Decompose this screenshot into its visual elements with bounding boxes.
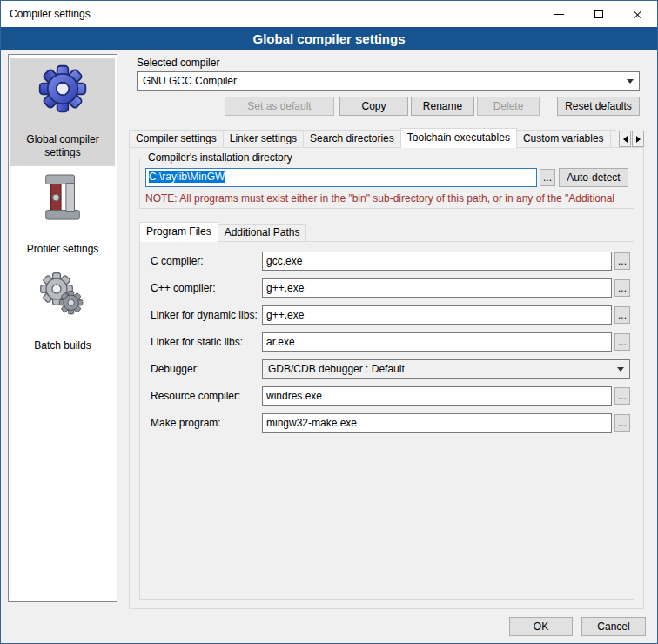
caption-buttons (540, 1, 657, 27)
settings-category-list: Global compiler settings Profiler settin… (8, 54, 118, 602)
resource-compiler-label: Resource compiler: (151, 390, 262, 402)
tab-additional-paths[interactable]: Additional Paths (218, 224, 307, 242)
make-program-browse-button[interactable]: ... (614, 414, 630, 432)
tab-program-files[interactable]: Program Files (139, 222, 218, 242)
resource-compiler-input[interactable] (262, 386, 612, 406)
copy-button[interactable]: Copy (339, 97, 408, 116)
settings-tabs: Compiler settings Linker settings Search… (129, 128, 616, 148)
tab-build-options[interactable]: Build options (610, 130, 616, 148)
debugger-label: Debugger: (151, 363, 262, 375)
triangle-left-icon (623, 136, 628, 143)
gray-gears-icon (38, 270, 87, 320)
form-row-make-program: Make program: ... (151, 413, 630, 433)
sidebar-item-profiler-settings[interactable]: Profiler settings (10, 168, 115, 263)
auto-detect-button[interactable]: Auto-detect (559, 168, 628, 187)
form-row-debugger: Debugger: GDB/CDB debugger : Default (151, 359, 630, 379)
static-linker-browse-button[interactable]: ... (614, 333, 630, 351)
cpp-compiler-browse-button[interactable]: ... (614, 279, 630, 297)
maximize-icon (594, 10, 603, 18)
cancel-button[interactable]: Cancel (581, 617, 646, 636)
static-linker-input[interactable] (262, 332, 612, 352)
program-tabs: Program Files Additional Paths (139, 223, 306, 242)
titlebar: Compiler settings (1, 1, 657, 27)
sidebar-item-label: Profiler settings (12, 243, 113, 256)
form-row-dynamic-linker: Linker for dynamic libs: ... (151, 305, 630, 325)
reset-defaults-button[interactable]: Reset defaults (557, 97, 640, 116)
dynamic-linker-label: Linker for dynamic libs: (151, 309, 262, 321)
tab-compiler-settings[interactable]: Compiler settings (129, 130, 224, 148)
selected-compiler-label: Selected compiler (137, 57, 219, 69)
minimize-button[interactable] (540, 1, 579, 27)
selected-compiler-dropdown[interactable]: GNU GCC Compiler (137, 71, 640, 91)
form-row-c-compiler: C compiler: ... (151, 252, 630, 271)
close-icon (633, 10, 642, 19)
form-row-cpp-compiler: C++ compiler: ... (151, 278, 630, 298)
debugger-value: GDB/CDB debugger : Default (268, 363, 612, 375)
program-files-page: C compiler: ... C++ compiler: ... Linker… (139, 241, 634, 600)
tab-toolchain-executables[interactable]: Toolchain executables (400, 128, 517, 148)
tab-linker-settings[interactable]: Linker settings (223, 130, 304, 148)
make-program-input[interactable] (262, 413, 612, 433)
sidebar-item-global-compiler-settings[interactable]: Global compiler settings (10, 58, 115, 166)
selected-compiler-value: GNU GCC Compiler (143, 75, 621, 87)
static-linker-label: Linker for static libs: (151, 336, 262, 348)
install-dir-browse-button[interactable]: ... (540, 169, 555, 186)
c-compiler-label: C compiler: (151, 255, 262, 267)
dynamic-linker-browse-button[interactable]: ... (614, 306, 630, 324)
tab-custom-variables[interactable]: Custom variables (516, 130, 611, 148)
cpp-compiler-label: C++ compiler: (151, 282, 262, 294)
tab-search-directories[interactable]: Search directories (303, 130, 401, 148)
make-program-label: Make program: (151, 417, 262, 429)
tab-scroll-left-button[interactable] (619, 131, 631, 147)
installation-directory-group-title: Compiler's installation directory (145, 151, 295, 164)
main-panel: Selected compiler GNU GCC Compiler Set a… (126, 54, 647, 620)
delete-button[interactable]: Delete (477, 97, 540, 116)
resource-compiler-browse-button[interactable]: ... (614, 387, 630, 405)
rename-button[interactable]: Rename (411, 97, 474, 116)
form-row-static-linker: Linker for static libs: ... (151, 332, 630, 352)
sidebar-item-batch-builds[interactable]: Batch builds (10, 265, 115, 359)
programs-note: NOTE: All programs must exist either in … (145, 192, 628, 205)
installation-directory-group: Compiler's installation directory C:\ray… (139, 151, 634, 209)
form-row-resource-compiler: Resource compiler: ... (151, 386, 630, 406)
ok-button[interactable]: OK (509, 617, 573, 636)
debugger-select[interactable]: GDB/CDB debugger : Default (262, 359, 630, 379)
close-button[interactable] (618, 1, 657, 27)
install-dir-selected-text: C:\raylib\MinGW (149, 171, 225, 183)
toolchain-executables-page: Compiler's installation directory C:\ray… (129, 147, 644, 609)
cpp-compiler-input[interactable] (262, 278, 612, 298)
compiler-settings-window: Compiler settings Global compiler settin… (0, 0, 658, 644)
sidebar-item-label: Global compiler settings (12, 133, 113, 159)
set-as-default-button[interactable]: Set as default (225, 97, 334, 116)
c-compiler-input[interactable] (262, 252, 612, 271)
minimize-icon (554, 14, 564, 15)
profiler-tool-icon (39, 173, 86, 224)
chevron-down-icon (617, 367, 624, 372)
maximize-button[interactable] (579, 1, 618, 27)
c-compiler-browse-button[interactable]: ... (614, 252, 630, 270)
dialog-header: Global compiler settings (1, 27, 657, 50)
window-title: Compiler settings (1, 8, 91, 20)
dynamic-linker-input[interactable] (262, 305, 612, 325)
installation-directory-row: C:\raylib\MinGW ... Auto-detect (145, 168, 628, 187)
triangle-right-icon (636, 136, 641, 143)
chevron-down-icon (627, 79, 634, 84)
install-dir-input[interactable]: C:\raylib\MinGW (145, 168, 537, 187)
blue-gear-icon (37, 64, 88, 114)
sidebar-item-label: Batch builds (12, 339, 113, 352)
tab-scroll-right-button[interactable] (632, 131, 644, 147)
dialog-body: Global compiler settings Profiler settin… (1, 50, 657, 643)
